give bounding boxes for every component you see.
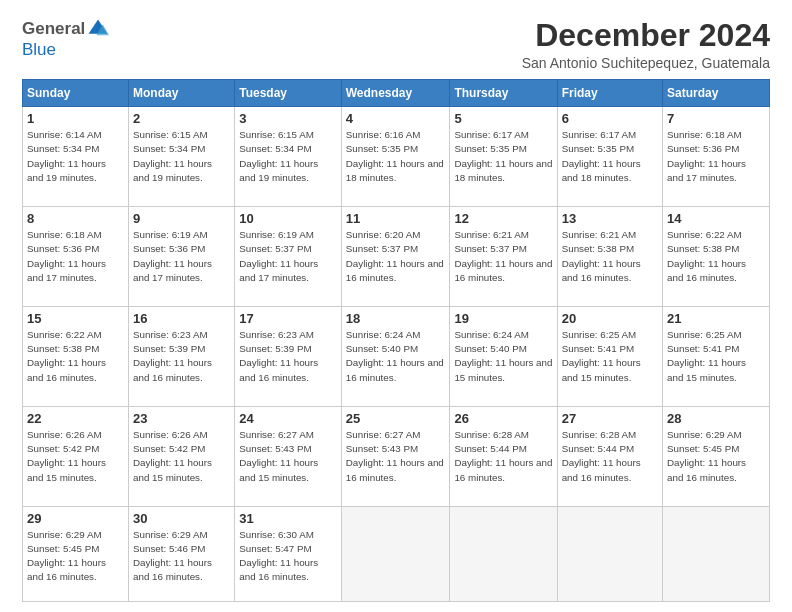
calendar-cell: 29 Sunrise: 6:29 AM Sunset: 5:45 PM Dayl… <box>23 506 129 601</box>
day-info: Sunrise: 6:19 AM Sunset: 5:37 PM Dayligh… <box>239 228 337 285</box>
calendar-cell: 22 Sunrise: 6:26 AM Sunset: 5:42 PM Dayl… <box>23 406 129 506</box>
day-number: 31 <box>239 511 337 526</box>
header-saturday: Saturday <box>663 80 770 107</box>
calendar-week-row: 1 Sunrise: 6:14 AM Sunset: 5:34 PM Dayli… <box>23 107 770 207</box>
calendar-cell: 19 Sunrise: 6:24 AM Sunset: 5:40 PM Dayl… <box>450 307 557 407</box>
day-number: 19 <box>454 311 552 326</box>
calendar-cell: 10 Sunrise: 6:19 AM Sunset: 5:37 PM Dayl… <box>235 207 342 307</box>
calendar-cell: 24 Sunrise: 6:27 AM Sunset: 5:43 PM Dayl… <box>235 406 342 506</box>
header-friday: Friday <box>557 80 662 107</box>
day-number: 15 <box>27 311 124 326</box>
location: San Antonio Suchitepequez, Guatemala <box>522 55 770 71</box>
calendar-cell: 6 Sunrise: 6:17 AM Sunset: 5:35 PM Dayli… <box>557 107 662 207</box>
day-number: 27 <box>562 411 658 426</box>
calendar-cell: 8 Sunrise: 6:18 AM Sunset: 5:36 PM Dayli… <box>23 207 129 307</box>
calendar-week-row: 15 Sunrise: 6:22 AM Sunset: 5:38 PM Dayl… <box>23 307 770 407</box>
calendar-cell: 11 Sunrise: 6:20 AM Sunset: 5:37 PM Dayl… <box>341 207 450 307</box>
day-info: Sunrise: 6:28 AM Sunset: 5:44 PM Dayligh… <box>562 428 658 485</box>
day-info: Sunrise: 6:21 AM Sunset: 5:38 PM Dayligh… <box>562 228 658 285</box>
calendar-cell <box>450 506 557 601</box>
day-number: 4 <box>346 111 446 126</box>
day-number: 17 <box>239 311 337 326</box>
calendar-cell: 13 Sunrise: 6:21 AM Sunset: 5:38 PM Dayl… <box>557 207 662 307</box>
calendar-cell: 3 Sunrise: 6:15 AM Sunset: 5:34 PM Dayli… <box>235 107 342 207</box>
day-number: 12 <box>454 211 552 226</box>
day-info: Sunrise: 6:27 AM Sunset: 5:43 PM Dayligh… <box>346 428 446 485</box>
calendar-cell <box>341 506 450 601</box>
day-info: Sunrise: 6:23 AM Sunset: 5:39 PM Dayligh… <box>239 328 337 385</box>
calendar-cell: 17 Sunrise: 6:23 AM Sunset: 5:39 PM Dayl… <box>235 307 342 407</box>
day-number: 2 <box>133 111 230 126</box>
calendar-cell: 31 Sunrise: 6:30 AM Sunset: 5:47 PM Dayl… <box>235 506 342 601</box>
day-info: Sunrise: 6:30 AM Sunset: 5:47 PM Dayligh… <box>239 528 337 585</box>
day-info: Sunrise: 6:29 AM Sunset: 5:46 PM Dayligh… <box>133 528 230 585</box>
day-info: Sunrise: 6:19 AM Sunset: 5:36 PM Dayligh… <box>133 228 230 285</box>
logo-icon <box>87 18 109 40</box>
logo-blue-text: Blue <box>22 40 56 60</box>
calendar-week-row: 29 Sunrise: 6:29 AM Sunset: 5:45 PM Dayl… <box>23 506 770 601</box>
day-number: 16 <box>133 311 230 326</box>
day-number: 6 <box>562 111 658 126</box>
day-info: Sunrise: 6:26 AM Sunset: 5:42 PM Dayligh… <box>133 428 230 485</box>
day-info: Sunrise: 6:20 AM Sunset: 5:37 PM Dayligh… <box>346 228 446 285</box>
logo: General Blue <box>22 18 109 60</box>
calendar-header-row: Sunday Monday Tuesday Wednesday Thursday… <box>23 80 770 107</box>
header-thursday: Thursday <box>450 80 557 107</box>
calendar-cell: 9 Sunrise: 6:19 AM Sunset: 5:36 PM Dayli… <box>129 207 235 307</box>
calendar-table: Sunday Monday Tuesday Wednesday Thursday… <box>22 79 770 602</box>
day-info: Sunrise: 6:14 AM Sunset: 5:34 PM Dayligh… <box>27 128 124 185</box>
day-number: 30 <box>133 511 230 526</box>
day-info: Sunrise: 6:23 AM Sunset: 5:39 PM Dayligh… <box>133 328 230 385</box>
logo-general-text: General <box>22 19 85 39</box>
day-info: Sunrise: 6:24 AM Sunset: 5:40 PM Dayligh… <box>346 328 446 385</box>
day-info: Sunrise: 6:27 AM Sunset: 5:43 PM Dayligh… <box>239 428 337 485</box>
calendar-cell: 23 Sunrise: 6:26 AM Sunset: 5:42 PM Dayl… <box>129 406 235 506</box>
day-number: 10 <box>239 211 337 226</box>
calendar-page: General Blue December 2024 San Antonio S… <box>0 0 792 612</box>
day-info: Sunrise: 6:22 AM Sunset: 5:38 PM Dayligh… <box>667 228 765 285</box>
title-block: December 2024 San Antonio Suchitepequez,… <box>522 18 770 71</box>
day-number: 13 <box>562 211 658 226</box>
day-info: Sunrise: 6:29 AM Sunset: 5:45 PM Dayligh… <box>667 428 765 485</box>
day-info: Sunrise: 6:17 AM Sunset: 5:35 PM Dayligh… <box>562 128 658 185</box>
header-wednesday: Wednesday <box>341 80 450 107</box>
day-number: 23 <box>133 411 230 426</box>
calendar-cell: 12 Sunrise: 6:21 AM Sunset: 5:37 PM Dayl… <box>450 207 557 307</box>
day-info: Sunrise: 6:15 AM Sunset: 5:34 PM Dayligh… <box>239 128 337 185</box>
day-info: Sunrise: 6:28 AM Sunset: 5:44 PM Dayligh… <box>454 428 552 485</box>
calendar-cell: 2 Sunrise: 6:15 AM Sunset: 5:34 PM Dayli… <box>129 107 235 207</box>
day-info: Sunrise: 6:15 AM Sunset: 5:34 PM Dayligh… <box>133 128 230 185</box>
day-number: 22 <box>27 411 124 426</box>
day-number: 8 <box>27 211 124 226</box>
calendar-cell: 30 Sunrise: 6:29 AM Sunset: 5:46 PM Dayl… <box>129 506 235 601</box>
day-number: 25 <box>346 411 446 426</box>
calendar-week-row: 22 Sunrise: 6:26 AM Sunset: 5:42 PM Dayl… <box>23 406 770 506</box>
day-info: Sunrise: 6:24 AM Sunset: 5:40 PM Dayligh… <box>454 328 552 385</box>
day-info: Sunrise: 6:25 AM Sunset: 5:41 PM Dayligh… <box>667 328 765 385</box>
calendar-cell: 4 Sunrise: 6:16 AM Sunset: 5:35 PM Dayli… <box>341 107 450 207</box>
calendar-cell: 5 Sunrise: 6:17 AM Sunset: 5:35 PM Dayli… <box>450 107 557 207</box>
calendar-cell: 27 Sunrise: 6:28 AM Sunset: 5:44 PM Dayl… <box>557 406 662 506</box>
calendar-cell: 1 Sunrise: 6:14 AM Sunset: 5:34 PM Dayli… <box>23 107 129 207</box>
calendar-cell: 18 Sunrise: 6:24 AM Sunset: 5:40 PM Dayl… <box>341 307 450 407</box>
calendar-cell: 7 Sunrise: 6:18 AM Sunset: 5:36 PM Dayli… <box>663 107 770 207</box>
calendar-cell <box>663 506 770 601</box>
day-number: 14 <box>667 211 765 226</box>
calendar-cell: 28 Sunrise: 6:29 AM Sunset: 5:45 PM Dayl… <box>663 406 770 506</box>
calendar-cell: 15 Sunrise: 6:22 AM Sunset: 5:38 PM Dayl… <box>23 307 129 407</box>
day-number: 3 <box>239 111 337 126</box>
month-title: December 2024 <box>522 18 770 53</box>
header: General Blue December 2024 San Antonio S… <box>22 18 770 71</box>
day-number: 1 <box>27 111 124 126</box>
day-info: Sunrise: 6:18 AM Sunset: 5:36 PM Dayligh… <box>667 128 765 185</box>
day-number: 7 <box>667 111 765 126</box>
day-info: Sunrise: 6:17 AM Sunset: 5:35 PM Dayligh… <box>454 128 552 185</box>
calendar-cell: 25 Sunrise: 6:27 AM Sunset: 5:43 PM Dayl… <box>341 406 450 506</box>
day-info: Sunrise: 6:25 AM Sunset: 5:41 PM Dayligh… <box>562 328 658 385</box>
calendar-cell: 20 Sunrise: 6:25 AM Sunset: 5:41 PM Dayl… <box>557 307 662 407</box>
header-monday: Monday <box>129 80 235 107</box>
day-number: 29 <box>27 511 124 526</box>
day-number: 18 <box>346 311 446 326</box>
day-number: 28 <box>667 411 765 426</box>
day-number: 24 <box>239 411 337 426</box>
